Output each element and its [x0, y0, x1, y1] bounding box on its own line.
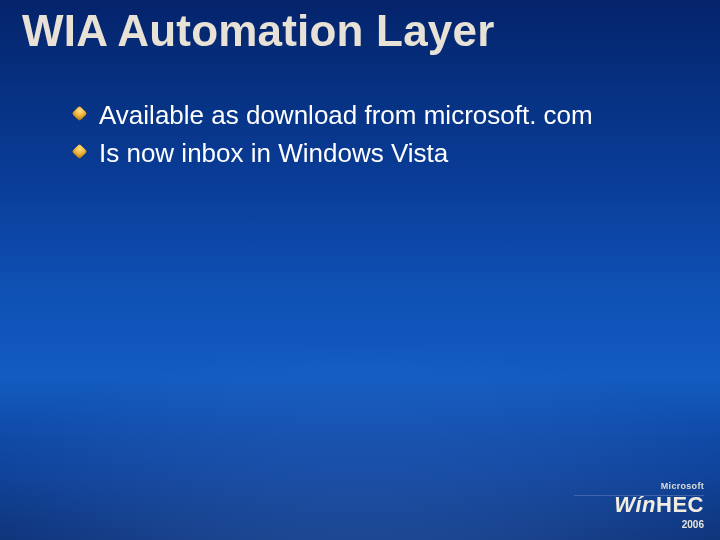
logo-year: 2006 [614, 520, 704, 530]
logo-brand-prefix: Wín [614, 492, 656, 517]
bullet-icon [72, 144, 88, 160]
bullet-text: Is now inbox in Windows Vista [99, 136, 448, 170]
logo-brand: WínHEC [614, 494, 704, 516]
bullet-list: Available as download from microsoft. co… [74, 98, 690, 174]
list-item: Available as download from microsoft. co… [74, 98, 690, 132]
footer-logo: Microsoft WínHEC 2006 [614, 482, 704, 530]
slide-title: WIA Automation Layer [22, 6, 495, 56]
list-item: Is now inbox in Windows Vista [74, 136, 690, 170]
bullet-icon [72, 106, 88, 122]
logo-vendor: Microsoft [614, 482, 704, 491]
logo-brand-suffix: HEC [656, 492, 704, 517]
slide: WIA Automation Layer Available as downlo… [0, 0, 720, 540]
bullet-text: Available as download from microsoft. co… [99, 98, 593, 132]
